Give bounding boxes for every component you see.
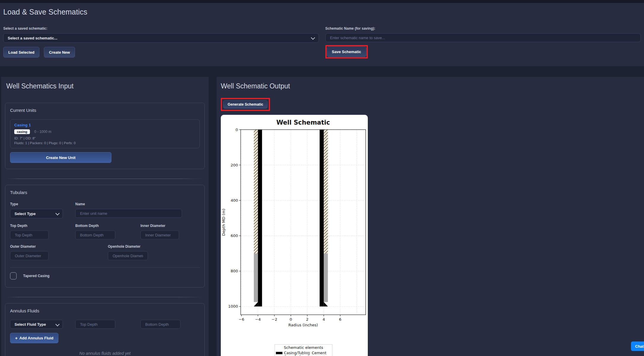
generate-schematic-highlight: Generate Schematic: [221, 98, 270, 111]
well-schematic-figure: −6−4−2024602004006008001000Radius (inche…: [221, 115, 368, 356]
unit-name[interactable]: Casing 1: [14, 123, 196, 127]
svg-text:Open hole: Open hole: [284, 355, 303, 356]
inner-diameter-input-wrap: [140, 231, 179, 239]
svg-text:Well Schematic: Well Schematic: [277, 119, 330, 126]
section-divider: [7, 179, 202, 179]
top-strip: [0, 0, 644, 3]
schematic-name-input[interactable]: [330, 35, 637, 40]
bottom-depth-input-wrap: [75, 231, 115, 239]
schematic-name-input-wrap: [325, 33, 641, 42]
top-depth-label: Top Depth: [10, 224, 49, 228]
output-panel-title: Well Schematic Output: [221, 82, 644, 90]
svg-text:Depth MD (m): Depth MD (m): [221, 209, 226, 236]
chat-button[interactable]: Chat: [631, 341, 644, 351]
svg-text:Radius (inches): Radius (inches): [288, 323, 318, 327]
load-column: Select a saved schematic: Select a saved…: [3, 26, 319, 58]
tubulars-divider: [10, 267, 200, 268]
svg-text:0: 0: [236, 128, 238, 132]
add-annulus-fluid-button[interactable]: + Add Annulus Fluid: [10, 333, 58, 343]
bottom-depth-label: Bottom Depth: [75, 224, 115, 228]
input-panel-title: Well Schematics Input: [6, 82, 205, 90]
saved-schematic-select-value: Select a saved schematic...: [8, 36, 57, 40]
well-schematic-chart: −6−4−2024602004006008001000Radius (inche…: [221, 115, 368, 356]
svg-text:Schematic elements: Schematic elements: [284, 345, 323, 350]
save-schematic-highlight: Save Schematic: [325, 45, 368, 58]
svg-text:6: 6: [339, 317, 341, 322]
outer-diameter-input-wrap: [10, 251, 49, 260]
annulus-fluids-card: Annulus Fluids Select Fluid Type + A: [5, 303, 205, 356]
svg-text:−6: −6: [239, 317, 244, 322]
main-content: Well Schematics Input Current Units Casi…: [0, 66, 644, 356]
openhole-diameter-input[interactable]: [112, 253, 144, 258]
svg-text:600: 600: [231, 233, 238, 238]
create-new-unit-button[interactable]: Create New Unit: [10, 152, 111, 163]
svg-text:200: 200: [231, 163, 238, 167]
outer-diameter-label: Outer Diameter: [10, 244, 49, 249]
plus-icon: +: [15, 336, 17, 341]
load-selected-button[interactable]: Load Selected: [3, 47, 39, 58]
add-annulus-fluid-label: Add Annulus Fluid: [19, 336, 53, 340]
svg-text:4: 4: [322, 317, 325, 322]
openhole-diameter-label: Openhole Diameter: [108, 244, 148, 249]
unit-name-input[interactable]: [79, 211, 178, 216]
inner-diameter-label: Inner Diameter: [140, 224, 179, 228]
current-units-card: Current Units Casing 1 casing 0 - 1000 m…: [5, 103, 205, 169]
svg-text:0: 0: [290, 317, 292, 322]
type-label: Type: [10, 202, 63, 206]
saved-schematic-select[interactable]: Select a saved schematic...: [3, 33, 319, 43]
tapered-casing-label: Tapered Casing: [23, 274, 49, 278]
tubulars-card: Tubulars Type Select Type Name: [5, 185, 205, 287]
tubular-type-select-value: Select Type: [15, 212, 36, 216]
save-schematic-button[interactable]: Save Schematic: [327, 47, 366, 57]
chevron-down-icon: [55, 322, 60, 326]
svg-text:Cement: Cement: [312, 351, 326, 355]
inner-diameter-input[interactable]: [145, 233, 175, 238]
name-label: Name: [75, 202, 182, 206]
annulus-fluids-title: Annulus Fluids: [10, 308, 200, 313]
tapered-casing-checkbox[interactable]: [10, 272, 17, 279]
annulus-fluid-type-select[interactable]: Select Fluid Type: [10, 320, 63, 329]
chevron-down-icon: [55, 211, 60, 215]
annulus-fluid-type-value: Select Fluid Type: [15, 322, 46, 327]
unit-type-badge: casing: [14, 129, 30, 134]
load-save-section: Load & Save Schematics Select a saved sc…: [0, 3, 644, 66]
page-title: Load & Save Schematics: [3, 8, 641, 16]
annulus-bottom-depth-input[interactable]: [145, 322, 176, 327]
top-depth-input-wrap: [10, 231, 49, 239]
svg-text:−2: −2: [271, 317, 277, 322]
svg-text:800: 800: [231, 269, 238, 273]
generate-schematic-button[interactable]: Generate Schematic: [223, 100, 268, 109]
bottom-depth-input[interactable]: [79, 233, 111, 238]
unit-depth-range: 0 - 1000 m: [34, 130, 51, 134]
unit-counts: Fluids: 1 | Packers: 0 | Plugs: 0 | Perf…: [14, 141, 196, 145]
svg-text:1000: 1000: [228, 304, 238, 309]
unit-name-input-wrap: [75, 209, 182, 218]
section-divider: [7, 297, 202, 297]
tubular-type-select[interactable]: Select Type: [10, 209, 63, 218]
unit-card-casing-1[interactable]: Casing 1 casing 0 - 1000 m ID: 7" | OD: …: [10, 119, 200, 148]
annulus-top-depth-wrap: [75, 320, 115, 329]
annulus-bottom-depth-wrap: [140, 320, 180, 329]
svg-text:−4: −4: [255, 317, 261, 322]
well-schematic-output-panel: Well Schematic Output Generate Schematic…: [217, 77, 644, 356]
annulus-empty-message: No annulus fluids added yet: [10, 351, 200, 356]
annulus-top-depth-input[interactable]: [79, 322, 111, 327]
svg-text:400: 400: [231, 198, 238, 203]
svg-text:2: 2: [306, 317, 309, 322]
openhole-diameter-input-wrap: [108, 251, 148, 260]
save-column: Schematic Name (for saving): Save Schema…: [325, 26, 641, 58]
chevron-down-icon: [311, 36, 315, 40]
outer-diameter-input[interactable]: [14, 253, 44, 258]
saved-schematic-label: Select a saved schematic:: [3, 26, 319, 31]
schematic-name-label: Schematic Name (for saving):: [325, 26, 641, 31]
tubulars-title: Tubulars: [10, 190, 200, 195]
current-units-title: Current Units: [10, 108, 200, 113]
top-depth-input[interactable]: [14, 233, 44, 238]
create-new-button[interactable]: Create New: [44, 47, 75, 58]
unit-dimensions: ID: 7" | OD: 8": [14, 136, 196, 140]
well-schematics-input-panel: Well Schematics Input Current Units Casi…: [1, 77, 209, 356]
app-root: Load & Save Schematics Select a saved sc…: [0, 0, 644, 356]
